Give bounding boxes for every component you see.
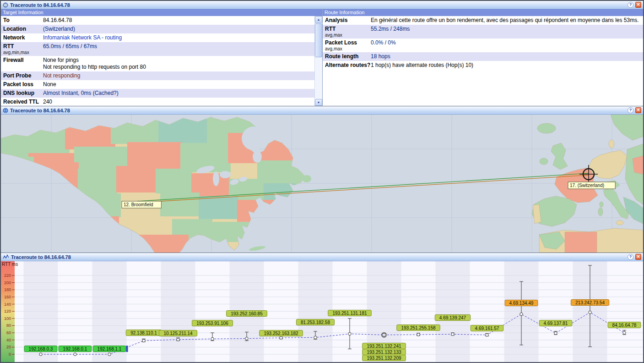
- y-tick-label: 120: [4, 309, 11, 314]
- row-value: 84.16.64.78: [43, 17, 314, 24]
- map-window: Traceroute to 84.16.64.78 ? ✕: [1, 106, 643, 253]
- target-information-header: Target Information: [1, 9, 322, 16]
- hop-ip-text: 213.242.73.54: [575, 300, 605, 305]
- row-label: Route length: [323, 53, 371, 60]
- info-row: Received TTL240: [1, 98, 314, 106]
- row-value: 1 hop(s) have alternate routes (Hop(s) 1…: [371, 62, 643, 69]
- info-window-titlebar[interactable]: Traceroute to 84.16.64.78 ? ✕: [1, 1, 643, 9]
- window-title: Traceroute to 84.16.64.78: [11, 254, 626, 260]
- rtt-chart: RTT ms020406080100120140160180200220192.…: [1, 261, 643, 362]
- newfoundland: [302, 175, 311, 182]
- hop-ip-text: 4.69.161.57: [475, 326, 499, 331]
- row-value: Almost Instant, 0ms (Cached?): [43, 90, 314, 97]
- info-row: To84.16.64.78: [1, 16, 314, 25]
- world-map: 12. Broomfield17. (Switzerland): [1, 115, 643, 253]
- hop-ip-text: 193.251.132.209: [367, 356, 401, 361]
- row-label: Analysis: [323, 17, 371, 24]
- row-value[interactable]: Infomaniak Network SA - routing: [43, 34, 314, 41]
- info-row: Location(Switzerland): [1, 25, 314, 33]
- row-label: Port Probe: [1, 72, 43, 79]
- hop-point[interactable]: [486, 334, 488, 336]
- visualroute-app: Traceroute to 84.16.64.78 ? ✕ Target Inf…: [0, 0, 644, 363]
- row-value: None: [43, 81, 314, 88]
- hop-point[interactable]: [520, 313, 523, 315]
- row-value: 0.0% / 0%: [371, 39, 643, 51]
- hop-point[interactable]: [280, 336, 282, 339]
- row-label: To: [1, 17, 43, 24]
- hop-point[interactable]: [589, 311, 591, 314]
- row-value: 240: [43, 99, 314, 105]
- row-value: Not responding: [43, 72, 314, 79]
- info-row: FirewallNone for pings Not responding to…: [1, 56, 314, 72]
- hop-point[interactable]: [211, 337, 214, 340]
- map-window-titlebar[interactable]: Traceroute to 84.16.64.78 ? ✕: [1, 106, 643, 115]
- close-button[interactable]: ✕: [635, 107, 641, 113]
- help-button[interactable]: ?: [628, 107, 633, 113]
- hop-point[interactable]: [554, 332, 557, 335]
- hop-ip-text: 193.251.255.158: [401, 325, 436, 330]
- hop-point[interactable]: [39, 353, 42, 356]
- row-label: Packet loss: [1, 81, 43, 88]
- y-tick-label: 0: [9, 352, 11, 357]
- row-label: Packet Lossavg,max: [323, 39, 371, 51]
- hop-ip-text: 84.16.64.78: [612, 323, 637, 328]
- route-information-pane: Route Information AnalysisEn général cet…: [323, 9, 643, 106]
- chart-window-titlebar[interactable]: Traceroute to 84.16.64.78 ? ✕: [1, 253, 643, 261]
- hop-point[interactable]: [108, 353, 111, 356]
- row-label: Network: [1, 34, 43, 41]
- info-row: RTTavg,max55.2ms / 248ms: [323, 25, 643, 38]
- row-value: 55.2ms / 248ms: [371, 26, 643, 38]
- y-tick-label: 100: [4, 316, 11, 321]
- help-button[interactable]: ?: [628, 254, 633, 260]
- y-tick-label: 140: [4, 302, 11, 307]
- hop-point[interactable]: [142, 339, 145, 342]
- close-button[interactable]: ✕: [635, 254, 641, 260]
- scroll-up-icon[interactable]: ▲: [315, 16, 322, 23]
- hop-ip-text: 192.168.0.1: [63, 346, 87, 352]
- hop-ip-text: 193.252.160.85: [231, 311, 263, 316]
- scrollbar-track[interactable]: [315, 23, 322, 99]
- hop-point[interactable]: [623, 331, 626, 334]
- row-label: RTTavg,max: [323, 26, 371, 38]
- scroll-down-icon[interactable]: ▼: [315, 99, 322, 106]
- target-scrollbar[interactable]: ▲ ▼: [314, 16, 322, 106]
- row-value: En général cette route offre un bon rend…: [371, 17, 643, 24]
- row-label: DNS lookup: [1, 90, 43, 97]
- help-button[interactable]: ?: [628, 2, 633, 8]
- hop-ip-text: 193.253.91.106: [196, 321, 228, 326]
- y-axis-label: RTT ms: [2, 262, 18, 267]
- hop-point[interactable]: [245, 337, 248, 340]
- row-label: Firewall: [1, 57, 43, 71]
- hop-point[interactable]: [348, 332, 351, 335]
- info-row: DNS lookupAlmost Instant, 0ms (Cached?): [1, 89, 314, 98]
- row-value: 18 hops: [371, 53, 643, 60]
- row-label: Received TTL: [1, 99, 43, 105]
- map-hop-label-text: 12. Broomfield: [124, 202, 153, 207]
- info-row: Route length18 hops: [323, 52, 643, 61]
- close-button[interactable]: ✕: [635, 2, 641, 8]
- globe-icon: [3, 108, 8, 113]
- hop-point[interactable]: [74, 353, 76, 356]
- y-tick-label: 220: [4, 273, 11, 278]
- hop-point[interactable]: [383, 334, 385, 336]
- hop-ip-text: 4.69.137.81: [544, 321, 568, 326]
- hop-ip-text: 193.251.132.241: [367, 344, 401, 349]
- window-title: Traceroute to 84.16.64.78: [10, 2, 626, 8]
- hop-ip-text: 10.125.211.14: [163, 331, 193, 336]
- row-label: Location: [1, 26, 43, 33]
- info-row: Packet Lossavg,max0.0% / 0%: [323, 38, 643, 52]
- row-sublabel: avg,max: [325, 33, 371, 38]
- info-row: Packet lossNone: [1, 80, 314, 89]
- hop-point[interactable]: [451, 333, 454, 336]
- hop-point[interactable]: [314, 336, 317, 339]
- hop-ip-text: 193.252.163.182: [264, 331, 298, 336]
- scrollbar-thumb[interactable]: [315, 23, 322, 57]
- traceroute-info-icon: [3, 2, 8, 8]
- hop-point[interactable]: [177, 338, 179, 341]
- hop-point[interactable]: [417, 333, 420, 336]
- map-hop-label-text: 17. (Switzerland): [570, 183, 604, 188]
- row-sublabel: avg,min,max: [3, 50, 43, 55]
- hop-ip-text: 4.69.139.247: [439, 315, 466, 320]
- hop-ip-text: 193.251.132.133: [367, 350, 401, 355]
- hop-ip-text: 193.251.131.181: [332, 311, 367, 316]
